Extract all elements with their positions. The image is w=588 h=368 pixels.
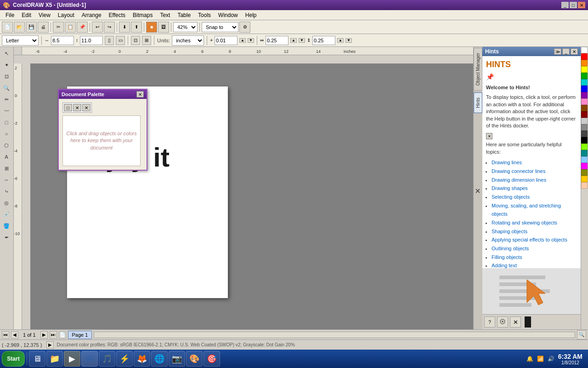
menu-file[interactable]: File xyxy=(2,11,18,19)
new-button[interactable]: 📄 xyxy=(2,22,13,33)
menu-arrange[interactable]: Arrange xyxy=(78,11,105,19)
height-input[interactable] xyxy=(80,36,103,45)
taskbar-camera[interactable]: 📷 xyxy=(169,351,185,367)
hints-link-11[interactable]: Adding text xyxy=(492,263,517,268)
color-swatch-orange[interactable] xyxy=(581,60,588,66)
color-swatch-olive[interactable] xyxy=(581,169,588,176)
landscape-button[interactable]: ▭ xyxy=(116,36,125,45)
close-button[interactable]: ✕ xyxy=(578,2,585,8)
page-options1[interactable]: ⊡ xyxy=(131,36,140,45)
redo-button[interactable]: ↪ xyxy=(104,22,115,33)
color-swatch-darkgray[interactable] xyxy=(581,131,588,137)
color-swatch-blue[interactable] xyxy=(581,86,588,92)
hints-link-6[interactable]: Rotating and skewing objects xyxy=(492,220,557,225)
restore-button[interactable]: □ xyxy=(570,2,577,8)
taskbar-word[interactable]: W xyxy=(81,351,98,367)
color-swatch-gold[interactable] xyxy=(581,176,588,182)
menu-tools[interactable]: Tools xyxy=(194,11,215,19)
taskbar-game[interactable]: 🎯 xyxy=(204,351,220,367)
hints-menu-button[interactable]: ≫ xyxy=(554,48,561,55)
cut-button[interactable]: ✂ xyxy=(53,22,64,33)
color-swatch-purple[interactable] xyxy=(581,92,588,98)
menu-effects[interactable]: Effects xyxy=(105,11,129,19)
offset1-up[interactable]: ▲ xyxy=(290,38,297,43)
zoom-fit-button[interactable]: 🔍 xyxy=(577,330,586,339)
hints-link-5[interactable]: Moving, scaling, and stretching objects xyxy=(492,203,561,217)
palette-tb-btn3[interactable]: ✕ xyxy=(82,104,90,111)
taskbar-lightning[interactable]: ⚡ xyxy=(116,351,133,367)
offset1-down[interactable]: ▼ xyxy=(299,38,305,43)
menu-text[interactable]: Text xyxy=(156,11,174,19)
color-swatch-pink[interactable] xyxy=(581,98,588,105)
table-tool[interactable]: ⊞ xyxy=(1,163,12,174)
clock[interactable]: 6:32 AM 1/8/2012 xyxy=(558,353,582,365)
fill-tool[interactable]: 🪣 xyxy=(1,220,12,231)
color-swatch-white[interactable] xyxy=(581,47,588,53)
hints-help-button[interactable]: ? xyxy=(484,316,495,328)
offset2-up[interactable]: ▲ xyxy=(337,38,344,43)
offset-input2[interactable] xyxy=(312,36,335,45)
hints-minimize-button[interactable]: _ xyxy=(562,48,570,55)
zoom-tool[interactable]: 🔍 xyxy=(1,82,12,93)
shape-tool[interactable]: ✦ xyxy=(1,59,12,70)
hints-link-8[interactable]: Applying special effects to objects xyxy=(492,237,567,242)
menu-window[interactable]: Window xyxy=(215,11,242,19)
taskbar-paint[interactable]: 🎨 xyxy=(186,351,203,367)
connector-tool[interactable]: ⤷ xyxy=(1,186,12,197)
hscroll[interactable] xyxy=(94,332,575,338)
copy-button[interactable]: 📋 xyxy=(65,22,76,33)
hints-link-3[interactable]: Drawing shapes xyxy=(492,185,528,191)
color-swatch-teal[interactable] xyxy=(581,150,588,156)
import-button[interactable]: ⬇ xyxy=(119,22,130,33)
dismiss-hints-button[interactable]: ✕ xyxy=(486,133,492,139)
page-options2[interactable]: ⊞ xyxy=(142,36,151,45)
eyedropper-tool[interactable]: 💉 xyxy=(1,209,12,220)
hints-link-10[interactable]: Filling objects xyxy=(492,254,522,260)
add-page-button[interactable]: 📄 xyxy=(59,331,66,339)
open-button[interactable]: 📂 xyxy=(14,22,25,33)
menu-edit[interactable]: Edit xyxy=(18,11,35,19)
blend-tool[interactable]: ◎ xyxy=(1,197,12,208)
color-swatch-yellow[interactable] xyxy=(581,66,588,73)
color-swatch-green[interactable] xyxy=(581,73,588,79)
hints-close-bottom-button[interactable]: ✕ xyxy=(510,316,521,328)
crop-tool[interactable]: ⊡ xyxy=(1,71,12,82)
color-swatch-peach[interactable] xyxy=(581,182,588,189)
menu-layout[interactable]: Layout xyxy=(54,11,78,19)
color-swatch-brown[interactable] xyxy=(581,105,588,111)
color-swatch-black[interactable] xyxy=(581,137,588,144)
taskbar-folder[interactable]: 📁 xyxy=(46,351,63,367)
color-swatch-gray2[interactable] xyxy=(581,124,588,131)
next-page-button[interactable]: ▶ xyxy=(40,331,48,339)
outline-tool[interactable]: ✒ xyxy=(1,232,12,243)
snap-dropdown[interactable]: Snap to xyxy=(202,22,238,32)
view-options[interactable]: 🖼 xyxy=(158,22,169,33)
palette-tb-btn1[interactable]: □ xyxy=(64,104,72,111)
hints-link-9[interactable]: Outlining objects xyxy=(492,246,529,251)
color-swatch-gray1[interactable] xyxy=(581,118,588,124)
page-tab[interactable]: Page 1 xyxy=(68,331,92,339)
taskbar-browser[interactable]: 🌐 xyxy=(151,351,168,367)
offset-input1[interactable] xyxy=(266,36,288,45)
menu-view[interactable]: View xyxy=(35,11,54,19)
portrait-button[interactable]: ▯ xyxy=(105,36,114,45)
color-swatch-magenta[interactable] xyxy=(581,163,588,169)
color-swatch-red[interactable] xyxy=(581,53,588,60)
nudge-down[interactable]: ▼ xyxy=(248,38,254,43)
last-page-button[interactable]: ⏭ xyxy=(50,331,57,339)
undo-button[interactable]: ↩ xyxy=(92,22,103,33)
text-tool[interactable]: A xyxy=(1,151,12,162)
vtab-object-manager[interactable]: Object Manager xyxy=(474,48,482,91)
taskbar-music[interactable]: 🎵 xyxy=(99,351,115,367)
taskbar-firefox[interactable]: 🦊 xyxy=(134,351,150,367)
menu-bitmaps[interactable]: Bitmaps xyxy=(129,11,156,19)
polygon-tool[interactable]: ⬡ xyxy=(1,140,12,151)
color-swatch-cyan[interactable] xyxy=(581,79,588,86)
taskbar-media[interactable]: ▶ xyxy=(64,351,80,367)
export-button[interactable]: ⬆ xyxy=(131,22,142,33)
rectangle-tool[interactable]: □ xyxy=(1,117,12,128)
menu-table[interactable]: Table xyxy=(174,11,194,19)
navigate-icon[interactable]: ▶ xyxy=(46,341,54,349)
smart-draw-tool[interactable]: 〰 xyxy=(1,105,12,116)
ellipse-tool[interactable]: ○ xyxy=(1,128,12,139)
